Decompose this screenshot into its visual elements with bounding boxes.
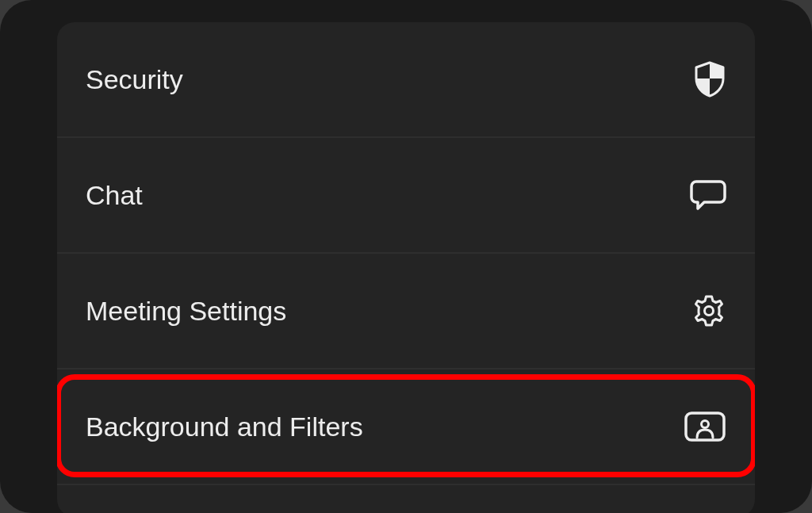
menu-panel: Security Chat Meeting Settings (57, 22, 755, 513)
gear-icon (691, 293, 726, 328)
menu-item-background-filters[interactable]: Background and Filters (57, 369, 755, 485)
menu-item-label: Meeting Settings (86, 296, 286, 327)
menu-item-meeting-settings[interactable]: Meeting Settings (57, 254, 755, 369)
app-window: Security Chat Meeting Settings (0, 0, 812, 513)
menu-item-label: Security (86, 64, 183, 95)
svg-point-2 (702, 421, 709, 428)
menu-item-label: Background and Filters (86, 412, 363, 442)
highlighted-row-wrap: Background and Filters (57, 369, 755, 485)
menu-item-security[interactable]: Security (57, 22, 755, 138)
shield-icon (693, 61, 726, 98)
panel-bottom-spacer (57, 485, 755, 513)
menu-item-label: Chat (86, 180, 143, 211)
person-frame-icon (684, 411, 726, 442)
chat-icon (690, 178, 726, 212)
svg-point-0 (705, 307, 714, 316)
menu-item-chat[interactable]: Chat (57, 138, 755, 254)
